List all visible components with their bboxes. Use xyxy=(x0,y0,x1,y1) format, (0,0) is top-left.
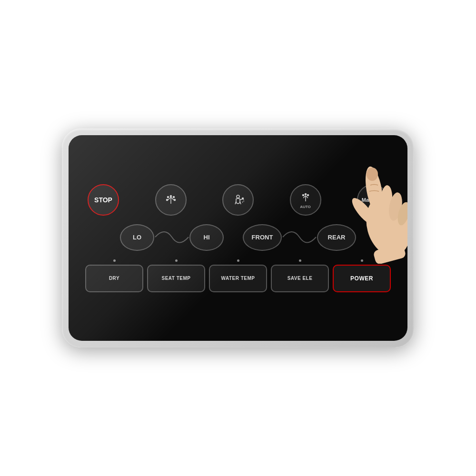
svg-point-3 xyxy=(167,196,169,198)
power-label: POWER xyxy=(350,275,373,282)
seat-temp-label: SEAT TEMP xyxy=(162,276,191,281)
svg-point-21 xyxy=(307,194,308,196)
water-temp-button[interactable]: WATER TEMP xyxy=(209,265,267,292)
save-ele-dot xyxy=(299,259,301,262)
stop-button[interactable]: STOP xyxy=(88,184,119,216)
save-ele-button[interactable]: SAVE ELE xyxy=(271,265,329,292)
stop-label: STOP xyxy=(94,196,112,204)
massage-button[interactable]: Massage xyxy=(357,184,388,216)
hi-button[interactable]: HI xyxy=(189,224,224,251)
rear-button[interactable]: REAR xyxy=(317,224,356,251)
top-row: STOP xyxy=(83,184,393,216)
svg-point-7 xyxy=(174,199,175,200)
front-button[interactable]: FRONT xyxy=(243,224,282,251)
save-ele-label: SAVE ELE xyxy=(288,276,313,281)
water-temp-wrap: WATER TEMP xyxy=(209,259,267,292)
hi-label: HI xyxy=(204,234,210,241)
svg-line-10 xyxy=(240,201,241,204)
massage-label: Massage xyxy=(362,197,384,203)
svg-point-20 xyxy=(305,193,306,195)
svg-point-8 xyxy=(237,195,239,198)
dry-wrap: DRY xyxy=(85,259,143,292)
power-wrap: POWER xyxy=(333,259,391,292)
seat-temp-wrap: SEAT TEMP xyxy=(147,259,205,292)
seat-temp-dot xyxy=(175,259,178,262)
power-dot xyxy=(361,259,363,262)
wave-connector-right xyxy=(278,224,321,250)
svg-line-13 xyxy=(243,199,244,200)
auto-wash-icon xyxy=(299,191,312,204)
seat-temp-button[interactable]: SEAT TEMP xyxy=(147,265,205,292)
device-panel: STOP xyxy=(69,135,407,341)
water-temp-label: WATER TEMP xyxy=(221,276,255,281)
front-wash-icon xyxy=(231,193,245,207)
rear-wash-button[interactable] xyxy=(155,184,187,216)
device-outer: STOP xyxy=(62,129,414,347)
front-wash-button[interactable] xyxy=(222,184,254,216)
svg-line-14 xyxy=(243,201,244,202)
lo-button[interactable]: LO xyxy=(120,224,154,251)
dry-dot xyxy=(113,259,116,262)
auto-label: AUTO xyxy=(300,205,311,209)
svg-line-9 xyxy=(235,201,236,204)
wave-connector-left xyxy=(150,224,193,250)
svg-line-15 xyxy=(242,201,243,203)
mid-section-left: LO HI xyxy=(120,224,224,251)
mid-section-right: FRONT REAR xyxy=(243,224,356,251)
panel-content: STOP xyxy=(83,184,393,292)
svg-point-24 xyxy=(367,168,378,181)
svg-point-5 xyxy=(173,196,174,198)
save-ele-wrap: SAVE ELE xyxy=(271,259,329,292)
rear-wash-icon xyxy=(164,193,178,207)
svg-point-4 xyxy=(170,195,171,197)
dry-button[interactable]: DRY xyxy=(85,265,143,292)
svg-point-27 xyxy=(396,201,407,227)
front-label: FRONT xyxy=(252,234,273,241)
middle-row: LO HI FRONT xyxy=(83,224,393,251)
water-temp-dot xyxy=(237,259,239,262)
auto-button[interactable]: AUTO xyxy=(290,184,321,216)
bottom-row: DRY SEAT TEMP WATER TEMP xyxy=(83,259,393,292)
dry-label: DRY xyxy=(109,276,119,281)
power-button[interactable]: POWER xyxy=(333,265,391,292)
svg-point-6 xyxy=(166,199,168,200)
rear-label: REAR xyxy=(328,234,346,241)
svg-point-12 xyxy=(242,198,244,199)
lo-label: LO xyxy=(133,234,141,241)
svg-point-19 xyxy=(302,194,304,196)
